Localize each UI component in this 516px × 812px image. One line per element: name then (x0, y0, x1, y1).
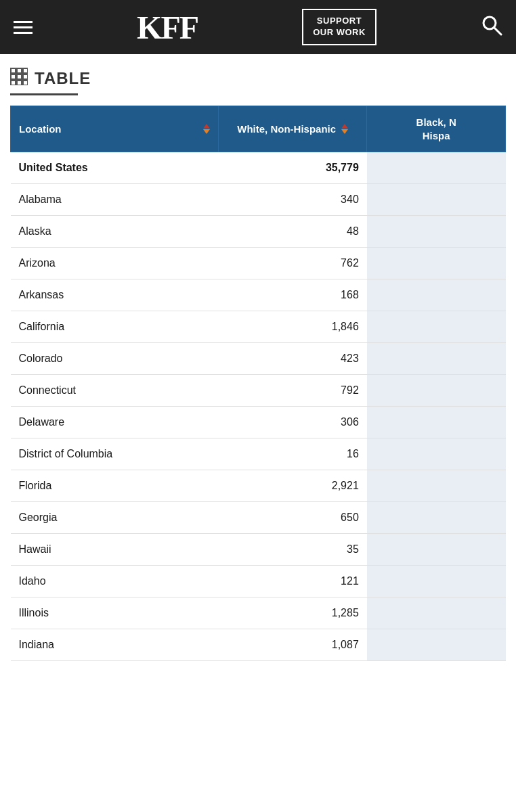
svg-rect-4 (23, 68, 28, 73)
svg-rect-2 (11, 68, 16, 73)
col-header-location[interactable]: Location (11, 106, 219, 152)
page-header: KFF SUPPORTOUR WORK (0, 0, 516, 54)
cell-white: 121 (219, 566, 367, 597)
sort-arrows-location[interactable] (203, 124, 210, 134)
table-title: TABLE (35, 69, 91, 88)
table-row: Idaho121 (11, 566, 506, 597)
cell-location: Georgia (11, 502, 219, 534)
table-row: Indiana1,087 (11, 629, 506, 661)
cell-black (367, 311, 506, 343)
cell-black (367, 248, 506, 279)
cell-location: Illinois (11, 597, 219, 629)
table-row: Florida2,921 (11, 470, 506, 502)
cell-location: Hawaii (11, 534, 219, 566)
col-header-white[interactable]: White, Non-Hispanic (219, 106, 367, 152)
cell-location: Arkansas (11, 279, 219, 311)
cell-white: 16 (219, 438, 367, 470)
cell-black (367, 502, 506, 534)
cell-black (367, 152, 506, 184)
cell-black (367, 343, 506, 375)
cell-white: 762 (219, 248, 367, 279)
table-body: United States35,779Alabama340Alaska48Ari… (11, 152, 506, 661)
svg-rect-10 (23, 81, 28, 85)
cell-location: Indiana (11, 629, 219, 661)
cell-white: 1,087 (219, 629, 367, 661)
cell-location: Arizona (11, 248, 219, 279)
table-row: Connecticut792 (11, 375, 506, 407)
cell-white: 35 (219, 534, 367, 566)
table-title-row: TABLE (10, 68, 506, 89)
cell-black (367, 216, 506, 248)
cell-black (367, 438, 506, 470)
table-row: Arizona762 (11, 248, 506, 279)
cell-white: 423 (219, 343, 367, 375)
svg-rect-9 (17, 81, 22, 85)
cell-white: 2,921 (219, 470, 367, 502)
cell-location: Alaska (11, 216, 219, 248)
col-header-black[interactable]: Black, NHispa (367, 106, 506, 152)
cell-black (367, 184, 506, 216)
cell-location: United States (11, 152, 219, 184)
cell-location: Florida (11, 470, 219, 502)
table-row: Delaware306 (11, 407, 506, 438)
table-row: Hawaii35 (11, 534, 506, 566)
svg-rect-5 (11, 74, 16, 79)
table-row: Alaska48 (11, 216, 506, 248)
cell-location: Delaware (11, 407, 219, 438)
table-row: Arkansas168 (11, 279, 506, 311)
cell-black (367, 629, 506, 661)
data-table: Location White, Non-Hispanic (10, 106, 506, 661)
cell-white: 35,779 (219, 152, 367, 184)
cell-white: 48 (219, 216, 367, 248)
table-row: United States35,779 (11, 152, 506, 184)
cell-location: Idaho (11, 566, 219, 597)
cell-black (367, 407, 506, 438)
table-row: Illinois1,285 (11, 597, 506, 629)
table-grid-icon (10, 68, 28, 89)
cell-location: Colorado (11, 343, 219, 375)
cell-black (367, 534, 506, 566)
cell-location: Connecticut (11, 375, 219, 407)
cell-white: 650 (219, 502, 367, 534)
svg-rect-3 (17, 68, 22, 73)
cell-location: District of Columbia (11, 438, 219, 470)
table-row: Colorado423 (11, 343, 506, 375)
cell-location: Alabama (11, 184, 219, 216)
table-row: District of Columbia16 (11, 438, 506, 470)
svg-rect-6 (17, 74, 22, 79)
cell-black (367, 279, 506, 311)
svg-line-1 (494, 28, 501, 35)
cell-black (367, 375, 506, 407)
sort-arrows-white[interactable] (341, 124, 348, 134)
cell-black (367, 597, 506, 629)
svg-rect-7 (23, 74, 28, 79)
table-section: TABLE Location White, Non-Hispanic (0, 54, 516, 661)
cell-black (367, 566, 506, 597)
title-underline (10, 93, 78, 95)
cell-white: 1,846 (219, 311, 367, 343)
svg-rect-8 (11, 81, 16, 85)
cell-location: California (11, 311, 219, 343)
table-row: Alabama340 (11, 184, 506, 216)
cell-white: 340 (219, 184, 367, 216)
cell-white: 168 (219, 279, 367, 311)
cell-black (367, 470, 506, 502)
table-row: Georgia650 (11, 502, 506, 534)
cell-white: 306 (219, 407, 367, 438)
table-header-row: Location White, Non-Hispanic (11, 106, 506, 152)
kff-logo: KFF (137, 9, 198, 46)
search-icon[interactable] (481, 14, 502, 41)
support-button[interactable]: SUPPORTOUR WORK (302, 9, 377, 45)
cell-white: 792 (219, 375, 367, 407)
cell-white: 1,285 (219, 597, 367, 629)
table-row: California1,846 (11, 311, 506, 343)
menu-button[interactable] (14, 21, 33, 34)
